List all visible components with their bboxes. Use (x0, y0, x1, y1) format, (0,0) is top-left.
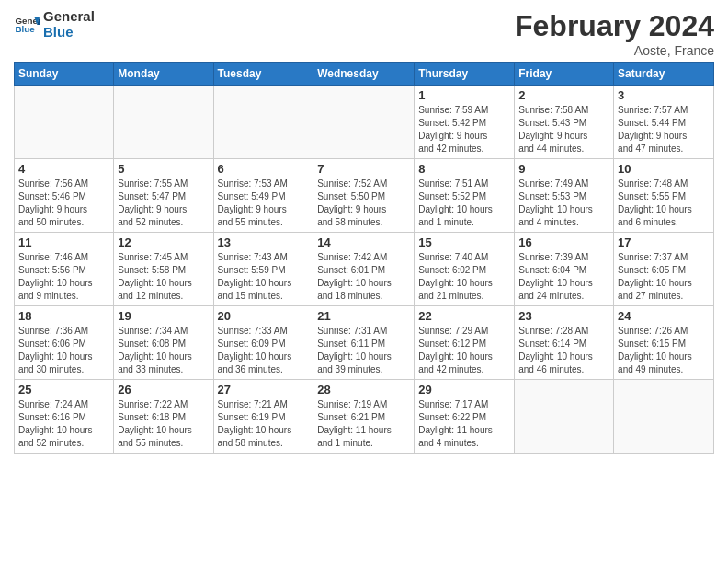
weekday-header-sunday: Sunday (15, 63, 114, 86)
calendar-cell: 13Sunrise: 7:43 AM Sunset: 5:59 PM Dayli… (213, 233, 313, 306)
svg-text:Blue: Blue (15, 24, 35, 34)
calendar-cell (213, 86, 313, 159)
calendar-header-row: SundayMondayTuesdayWednesdayThursdayFrid… (15, 63, 714, 86)
day-info: Sunrise: 7:17 AM Sunset: 6:22 PM Dayligh… (418, 398, 510, 450)
calendar-cell: 27Sunrise: 7:21 AM Sunset: 6:19 PM Dayli… (213, 380, 313, 454)
calendar-cell: 16Sunrise: 7:39 AM Sunset: 6:04 PM Dayli… (515, 233, 614, 306)
day-info: Sunrise: 7:55 AM Sunset: 5:47 PM Dayligh… (118, 178, 209, 229)
weekday-header-thursday: Thursday (415, 63, 515, 86)
weekday-header-monday: Monday (114, 63, 213, 86)
logo-general: General (43, 9, 95, 25)
calendar-week-1: 1Sunrise: 7:59 AM Sunset: 5:42 PM Daylig… (15, 86, 714, 159)
calendar-cell: 9Sunrise: 7:49 AM Sunset: 5:53 PM Daylig… (515, 159, 614, 233)
day-info: Sunrise: 7:37 AM Sunset: 6:05 PM Dayligh… (618, 251, 710, 303)
day-number: 6 (218, 162, 310, 176)
day-number: 21 (317, 309, 410, 323)
day-number: 3 (618, 88, 710, 102)
day-number: 29 (418, 383, 510, 396)
calendar-cell: 5Sunrise: 7:55 AM Sunset: 5:47 PM Daylig… (114, 159, 213, 233)
day-info: Sunrise: 7:58 AM Sunset: 5:43 PM Dayligh… (518, 104, 609, 155)
day-number: 14 (317, 236, 410, 249)
calendar-cell: 1Sunrise: 7:59 AM Sunset: 5:42 PM Daylig… (415, 86, 515, 159)
calendar-cell (614, 380, 714, 454)
calendar-cell: 26Sunrise: 7:22 AM Sunset: 6:18 PM Dayli… (114, 380, 213, 454)
day-number: 13 (218, 236, 310, 249)
day-info: Sunrise: 7:52 AM Sunset: 5:50 PM Dayligh… (317, 178, 410, 229)
day-info: Sunrise: 7:31 AM Sunset: 6:11 PM Dayligh… (317, 325, 410, 376)
logo-icon: General Blue (14, 12, 40, 38)
day-number: 5 (118, 162, 209, 176)
header: General Blue General Blue February 2024 … (14, 9, 714, 58)
day-number: 20 (218, 309, 310, 323)
day-number: 24 (618, 309, 710, 323)
day-number: 25 (18, 383, 109, 396)
day-info: Sunrise: 7:19 AM Sunset: 6:21 PM Dayligh… (317, 398, 410, 450)
calendar-cell: 2Sunrise: 7:58 AM Sunset: 5:43 PM Daylig… (515, 86, 614, 159)
calendar-week-5: 25Sunrise: 7:24 AM Sunset: 6:16 PM Dayli… (15, 380, 714, 454)
calendar-week-3: 11Sunrise: 7:46 AM Sunset: 5:56 PM Dayli… (15, 233, 714, 306)
calendar-cell: 6Sunrise: 7:53 AM Sunset: 5:49 PM Daylig… (213, 159, 313, 233)
day-number: 26 (118, 383, 209, 396)
location: Aoste, France (515, 43, 714, 58)
day-number: 12 (118, 236, 209, 249)
calendar-cell: 12Sunrise: 7:45 AM Sunset: 5:58 PM Dayli… (114, 233, 213, 306)
calendar-cell: 15Sunrise: 7:40 AM Sunset: 6:02 PM Dayli… (415, 233, 515, 306)
calendar-cell: 21Sunrise: 7:31 AM Sunset: 6:11 PM Dayli… (313, 306, 415, 380)
day-info: Sunrise: 7:33 AM Sunset: 6:09 PM Dayligh… (218, 325, 310, 376)
day-info: Sunrise: 7:29 AM Sunset: 6:12 PM Dayligh… (418, 325, 510, 376)
day-info: Sunrise: 7:39 AM Sunset: 6:04 PM Dayligh… (518, 251, 609, 303)
day-number: 23 (518, 309, 609, 323)
day-number: 10 (618, 162, 710, 176)
weekday-header-saturday: Saturday (614, 63, 714, 86)
day-info: Sunrise: 7:26 AM Sunset: 6:15 PM Dayligh… (618, 325, 710, 376)
calendar-cell: 4Sunrise: 7:56 AM Sunset: 5:46 PM Daylig… (15, 159, 114, 233)
day-number: 1 (418, 88, 510, 102)
day-number: 9 (518, 162, 609, 176)
day-info: Sunrise: 7:59 AM Sunset: 5:42 PM Dayligh… (418, 104, 510, 155)
day-number: 19 (118, 309, 209, 323)
weekday-header-friday: Friday (515, 63, 614, 86)
day-info: Sunrise: 7:28 AM Sunset: 6:14 PM Dayligh… (518, 325, 609, 376)
calendar-cell: 10Sunrise: 7:48 AM Sunset: 5:55 PM Dayli… (614, 159, 714, 233)
day-number: 18 (18, 309, 109, 323)
page-container: General Blue General Blue February 2024 … (0, 0, 728, 463)
day-info: Sunrise: 7:48 AM Sunset: 5:55 PM Dayligh… (618, 178, 710, 229)
day-info: Sunrise: 7:51 AM Sunset: 5:52 PM Dayligh… (418, 178, 510, 229)
day-number: 2 (518, 88, 609, 102)
calendar-cell: 18Sunrise: 7:36 AM Sunset: 6:06 PM Dayli… (15, 306, 114, 380)
day-info: Sunrise: 7:42 AM Sunset: 6:01 PM Dayligh… (317, 251, 410, 303)
day-info: Sunrise: 7:43 AM Sunset: 5:59 PM Dayligh… (218, 251, 310, 303)
day-info: Sunrise: 7:40 AM Sunset: 6:02 PM Dayligh… (418, 251, 510, 303)
day-info: Sunrise: 7:46 AM Sunset: 5:56 PM Dayligh… (18, 251, 109, 303)
calendar-week-4: 18Sunrise: 7:36 AM Sunset: 6:06 PM Dayli… (15, 306, 714, 380)
day-info: Sunrise: 7:45 AM Sunset: 5:58 PM Dayligh… (118, 251, 209, 303)
day-info: Sunrise: 7:57 AM Sunset: 5:44 PM Dayligh… (618, 104, 710, 155)
weekday-header-wednesday: Wednesday (313, 63, 415, 86)
day-number: 22 (418, 309, 510, 323)
day-number: 28 (317, 383, 410, 396)
day-info: Sunrise: 7:53 AM Sunset: 5:49 PM Dayligh… (218, 178, 310, 229)
calendar-cell: 7Sunrise: 7:52 AM Sunset: 5:50 PM Daylig… (313, 159, 415, 233)
calendar-table: SundayMondayTuesdayWednesdayThursdayFrid… (14, 62, 714, 454)
calendar-cell (15, 86, 114, 159)
day-info: Sunrise: 7:36 AM Sunset: 6:06 PM Dayligh… (18, 325, 109, 376)
calendar-cell: 20Sunrise: 7:33 AM Sunset: 6:09 PM Dayli… (213, 306, 313, 380)
day-info: Sunrise: 7:21 AM Sunset: 6:19 PM Dayligh… (218, 398, 310, 450)
calendar-cell: 22Sunrise: 7:29 AM Sunset: 6:12 PM Dayli… (415, 306, 515, 380)
calendar-cell: 24Sunrise: 7:26 AM Sunset: 6:15 PM Dayli… (614, 306, 714, 380)
calendar-cell: 25Sunrise: 7:24 AM Sunset: 6:16 PM Dayli… (15, 380, 114, 454)
day-number: 15 (418, 236, 510, 249)
day-info: Sunrise: 7:24 AM Sunset: 6:16 PM Dayligh… (18, 398, 109, 450)
day-number: 8 (418, 162, 510, 176)
weekday-header-tuesday: Tuesday (213, 63, 313, 86)
day-info: Sunrise: 7:34 AM Sunset: 6:08 PM Dayligh… (118, 325, 209, 376)
day-number: 11 (18, 236, 109, 249)
calendar-cell (515, 380, 614, 454)
calendar-cell (114, 86, 213, 159)
calendar-cell: 19Sunrise: 7:34 AM Sunset: 6:08 PM Dayli… (114, 306, 213, 380)
day-number: 7 (317, 162, 410, 176)
month-title: February 2024 (515, 9, 714, 43)
logo-blue: Blue (43, 25, 95, 40)
calendar-cell: 23Sunrise: 7:28 AM Sunset: 6:14 PM Dayli… (515, 306, 614, 380)
calendar-cell: 29Sunrise: 7:17 AM Sunset: 6:22 PM Dayli… (415, 380, 515, 454)
